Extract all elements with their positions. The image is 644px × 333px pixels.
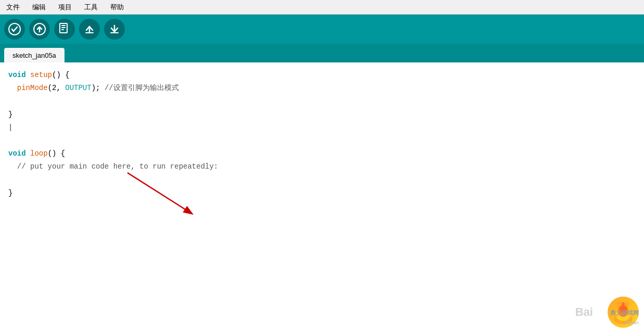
- code-line-4: }: [8, 108, 636, 121]
- tab-sketch[interactable]: sketch_jan05a: [4, 48, 65, 62]
- verify-button[interactable]: [4, 19, 25, 40]
- menu-file[interactable]: 文件: [4, 2, 22, 13]
- svg-rect-5: [61, 27, 66, 28]
- code-line-3: [8, 95, 636, 108]
- menu-tools[interactable]: 工具: [82, 2, 100, 13]
- logo-sub: jingyan: [610, 318, 639, 327]
- svg-point-17: [617, 302, 622, 307]
- menu-project[interactable]: 项目: [56, 2, 74, 13]
- code-line-9: [8, 174, 636, 187]
- code-line-7: void loop() {: [8, 147, 636, 160]
- svg-rect-6: [61, 29, 64, 30]
- menu-edit[interactable]: 编辑: [30, 2, 48, 13]
- code-line-2: pinMode(2, OUTPUT); //设置引脚为输出模式: [8, 82, 636, 95]
- menu-bar: 文件 编辑 项目 工具 帮助: [0, 0, 644, 15]
- logo-text: 奥义游戏网: [610, 308, 639, 318]
- toolbar: [0, 15, 644, 44]
- editor-area[interactable]: void setup() { pinMode(2, OUTPUT); //设置引…: [0, 62, 644, 333]
- code-line-8: // put your main code here, to run repea…: [8, 160, 636, 173]
- code-line-6: [8, 134, 636, 147]
- menu-help[interactable]: 帮助: [108, 2, 126, 13]
- save-button[interactable]: [104, 19, 125, 40]
- code-line-1: void setup() {: [8, 69, 636, 82]
- svg-point-18: [624, 302, 629, 307]
- open-button[interactable]: [79, 19, 100, 40]
- code-line-5: [8, 121, 636, 134]
- code-content: void setup() { pinMode(2, OUTPUT); //设置引…: [8, 69, 636, 200]
- code-line-10: }: [8, 187, 636, 200]
- baidu-watermark: Bai: [575, 302, 593, 323]
- tab-bar: sketch_jan05a: [0, 44, 644, 62]
- logo-area: 奥义游戏网 jingyan: [597, 297, 639, 328]
- upload-button[interactable]: [29, 19, 50, 40]
- new-button[interactable]: [54, 19, 75, 40]
- svg-rect-4: [61, 25, 66, 26]
- watermark: Bai 奥义游戏网 jingyan: [575, 297, 639, 328]
